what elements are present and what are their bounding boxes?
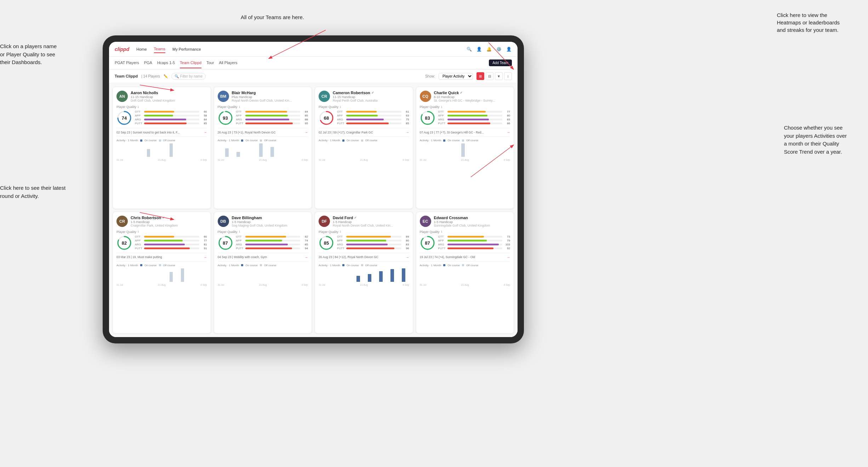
quality-label[interactable]: Player Quality ℹ (420, 105, 510, 109)
circle-score[interactable]: 85 (319, 235, 334, 251)
activity-section: Activity · 1 Month On course Off course … (116, 261, 207, 286)
app-logo[interactable]: clippd (115, 46, 129, 52)
player-club: Royal North Devon Golf Club, United Kin.… (333, 224, 409, 227)
player-avatar: CR (116, 216, 128, 227)
round-arrow-icon[interactable]: → (507, 130, 510, 134)
latest-round[interactable]: 02 Sep 23 | Sunset round to get back int… (116, 128, 207, 134)
quality-label[interactable]: Player Quality ℹ (319, 230, 409, 234)
round-arrow-icon[interactable]: → (204, 130, 207, 134)
activity-section: Activity · 1 Month On course Off course … (420, 261, 510, 286)
add-team-button[interactable]: Add Team (489, 59, 512, 66)
circle-score[interactable]: 74 (116, 110, 132, 126)
latest-round[interactable]: 03 Mar 23 | 19, Must make putting → (116, 253, 207, 259)
edit-icon[interactable]: ✏️ (164, 74, 168, 78)
circle-num: 74 (122, 115, 127, 121)
player-name[interactable]: Dave Billingham (232, 216, 308, 220)
quality-content: 85 OTT 89 APP 80 ARG 83 PUTT 96 (319, 235, 409, 251)
circle-score[interactable]: 87 (218, 235, 233, 251)
tab-hcaps[interactable]: Hcaps 1-5 (157, 58, 175, 68)
player-info: Cameron Robertson ✓ 11-15 Handicap Royal… (333, 91, 409, 102)
off-course-label: Off course (264, 139, 276, 142)
quality-label[interactable]: Player Quality ℹ (218, 230, 308, 234)
annotation-teams: All of your Teams are here. (241, 13, 304, 21)
player-card[interactable]: CQ Charlie Quick ✓ 6-10 Handicap St. Geo… (416, 87, 514, 209)
quality-label[interactable]: Player Quality ℹ (116, 230, 207, 234)
round-arrow-icon[interactable]: → (406, 130, 409, 134)
on-course-dot (342, 264, 344, 266)
quality-label[interactable]: Player Quality ℹ (218, 105, 308, 109)
search-placeholder: Filter by name (180, 74, 202, 78)
circle-score[interactable]: 87 (420, 235, 435, 251)
player-card[interactable]: EC Edward Crossman 1-5 Handicap Sunningd… (416, 212, 514, 334)
tab-all-players[interactable]: All Players (219, 58, 238, 68)
view-sort-icon[interactable]: ↕ (504, 72, 512, 80)
round-arrow-icon[interactable]: → (507, 255, 510, 259)
view-filter-icon[interactable]: ▼ (495, 72, 503, 80)
settings-icon[interactable]: ⚙️ (496, 46, 502, 52)
activity-legend: On course Off course (443, 139, 478, 142)
latest-round[interactable]: 19 Jul 23 | 74 (+4), Sunningdale GC - Ol… (420, 253, 510, 259)
player-card[interactable]: CR Chris Robertson ✓ 1-5 Handicap Craigm… (113, 212, 211, 334)
mini-chart: 31 Jul 21 Aug 4 Sep (218, 143, 308, 161)
player-header: EC Edward Crossman 1-5 Handicap Sunningd… (420, 216, 510, 227)
profile-icon[interactable]: 👤 (476, 46, 482, 52)
tab-pgat[interactable]: PGAT Players (115, 58, 139, 68)
player-club: St. George's Hill GC - Weybridge - Surre… (434, 99, 510, 102)
latest-round[interactable]: 26 Aug 23 | 84 (+12), Royal North Devon … (319, 253, 409, 259)
round-text: 26 Aug 23 | 73 (+1), Royal North Devon G… (218, 131, 276, 134)
on-course-dot (443, 264, 445, 266)
round-arrow-icon[interactable]: → (406, 255, 409, 259)
player-name[interactable]: Edward Crossman (434, 216, 510, 220)
latest-round[interactable]: 07 Aug 23 | 77 (+7), St George's Hill GC… (420, 128, 510, 134)
verified-icon: ✓ (371, 91, 374, 95)
view-grid-icon[interactable]: ⊞ (476, 72, 484, 80)
round-arrow-icon[interactable]: → (304, 130, 308, 134)
quality-content: 74 OTT 60 APP 58 ARG 84 PUTT 85 (116, 110, 207, 126)
player-name[interactable]: Charlie Quick ✓ (434, 91, 510, 95)
player-avatar: DF (319, 216, 330, 227)
quality-label[interactable]: Player Quality ℹ (319, 105, 409, 109)
latest-round[interactable]: 02 Jul 23 | 59 (+17), Craigmillar Park G… (319, 128, 409, 134)
tab-team-clippd[interactable]: Team Clippd (180, 58, 201, 68)
circle-score[interactable]: 83 (420, 110, 435, 126)
circle-score[interactable]: 93 (218, 110, 233, 126)
player-name[interactable]: David Ford ✓ (333, 216, 409, 220)
player-info: Chris Robertson ✓ 1-5 Handicap Craigmill… (131, 216, 207, 227)
show-select[interactable]: Player Activity (439, 73, 473, 80)
stats-bars: OTT 77 APP 80 ARG 83 PUTT 86 (438, 110, 510, 126)
circle-score[interactable]: 82 (116, 235, 132, 251)
search-icon[interactable]: 🔍 (466, 46, 472, 52)
view-grid4-icon[interactable]: ⊟ (486, 72, 493, 80)
search-box[interactable]: 🔍 Filter by name (171, 73, 206, 80)
avatar-icon[interactable]: 👤 (506, 46, 512, 52)
latest-round[interactable]: 04 Sep 23 | Mobility with coach, Gym → (218, 253, 308, 259)
latest-round[interactable]: 26 Aug 23 | 73 (+1), Royal North Devon G… (218, 128, 308, 134)
player-card[interactable]: DF David Ford ✓ 1-5 Handicap Royal North… (315, 212, 413, 334)
tab-pga[interactable]: PGA (144, 58, 152, 68)
circle-score[interactable]: 68 (319, 110, 334, 126)
player-name[interactable]: Cameron Robertson ✓ (333, 91, 409, 95)
round-arrow-icon[interactable]: → (304, 255, 308, 259)
player-name[interactable]: Blair McHarg (232, 91, 308, 95)
nav-home[interactable]: Home (136, 46, 147, 53)
activity-legend: On course Off course (241, 139, 276, 142)
player-card[interactable]: AN Aaron Nicholls 11-15 Handicap Drift G… (113, 87, 211, 209)
round-arrow-icon[interactable]: → (204, 255, 207, 259)
player-card[interactable]: DB Dave Billingham 1-5 Handicap Sog Magi… (214, 212, 312, 334)
activity-header: Activity · 1 Month On course Off course (319, 139, 409, 142)
player-card[interactable]: BM Blair McHarg Plus Handicap Royal Nort… (214, 87, 312, 209)
nav-my-performance[interactable]: My Performance (172, 46, 201, 53)
player-club: Royal Perth Golf Club, Australia (333, 99, 409, 102)
notifications-icon[interactable]: 🔔 (486, 46, 492, 52)
quality-label[interactable]: Player Quality ℹ (116, 105, 207, 109)
circle-num: 93 (223, 115, 228, 121)
player-info: David Ford ✓ 1-5 Handicap Royal North De… (333, 216, 409, 227)
player-name[interactable]: Aaron Nicholls (131, 91, 207, 95)
player-name[interactable]: Chris Robertson ✓ (131, 216, 207, 220)
circle-num: 85 (324, 240, 329, 245)
tab-tour[interactable]: Tour (206, 58, 214, 68)
nav-teams[interactable]: Teams (154, 45, 165, 53)
quality-label[interactable]: Player Quality ℹ (420, 230, 510, 234)
player-card[interactable]: CR Cameron Robertson ✓ 11-15 Handicap Ro… (315, 87, 413, 209)
player-club: Royal North Devon Golf Club, United Kin.… (232, 99, 308, 102)
